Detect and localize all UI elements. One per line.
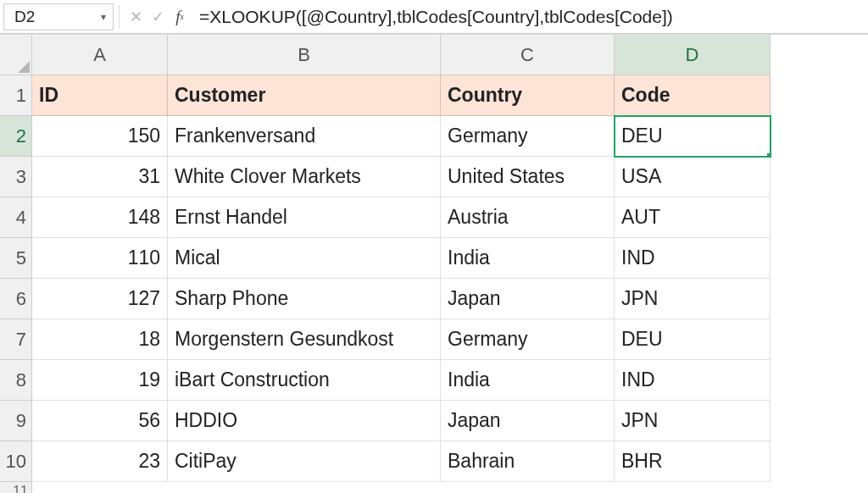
row-header-6[interactable]: 6 <box>0 279 32 319</box>
row-header-8[interactable]: 8 <box>0 360 32 401</box>
cell-customer[interactable]: iBart Construction <box>168 360 441 401</box>
row-header-7[interactable]: 7 <box>0 319 32 360</box>
column-header-D[interactable]: D <box>615 35 771 75</box>
chevron-down-icon[interactable]: ▾ <box>101 11 106 23</box>
column-header-A[interactable]: A <box>32 35 168 75</box>
row-header-3[interactable]: 3 <box>0 157 32 197</box>
cell-customer[interactable]: Ernst Handel <box>168 197 441 238</box>
table-header-cell: Country <box>441 75 615 116</box>
cell-country[interactable]: Japan <box>441 401 615 441</box>
cell-id[interactable]: 127 <box>32 279 168 319</box>
cell-customer[interactable]: Mical <box>168 238 441 279</box>
row-header-2[interactable]: 2 <box>0 116 32 157</box>
cell-customer[interactable]: Frankenversand <box>168 116 441 157</box>
formula-input[interactable]: =XLOOKUP([@Country],tblCodes[Country],tb… <box>191 3 865 30</box>
cell-id[interactable]: 148 <box>32 197 168 238</box>
name-box[interactable]: D2 ▾ <box>3 3 114 30</box>
cell-code[interactable]: JPN <box>615 279 771 319</box>
cell-id[interactable]: 23 <box>32 441 168 482</box>
cell-code[interactable]: AUT <box>615 197 771 238</box>
fx-icon[interactable]: fx <box>169 5 191 29</box>
name-box-value: D2 <box>14 8 101 26</box>
cell-id[interactable]: 56 <box>32 401 168 441</box>
row-header-11[interactable]: 11 <box>0 482 32 493</box>
cell-code[interactable]: BHR <box>615 441 771 482</box>
cell-customer[interactable]: HDDIO <box>168 401 441 441</box>
row-header-10[interactable]: 10 <box>0 441 32 482</box>
formula-text: =XLOOKUP([@Country],tblCodes[Country],tb… <box>199 7 673 27</box>
spreadsheet-grid[interactable]: ABCD1IDCustomerCountryCode2150Frankenver… <box>0 34 868 493</box>
row-header-5[interactable]: 5 <box>0 238 32 279</box>
cell-code[interactable]: DEU <box>615 116 771 157</box>
cell-id[interactable]: 150 <box>32 116 168 157</box>
cancel-icon[interactable]: ✕ <box>125 5 147 29</box>
cell-code[interactable]: USA <box>615 157 771 197</box>
confirm-icon[interactable]: ✓ <box>147 5 169 29</box>
row-header-9[interactable]: 9 <box>0 401 32 441</box>
table-header-cell: Code <box>615 75 771 116</box>
cell-country[interactable]: Japan <box>441 279 615 319</box>
cell-code[interactable]: DEU <box>615 319 771 360</box>
cell-country[interactable]: Bahrain <box>441 441 615 482</box>
table-header-cell: Customer <box>168 75 441 116</box>
cell-code[interactable]: IND <box>615 238 771 279</box>
column-header-C[interactable]: C <box>441 35 615 75</box>
cell-country[interactable]: India <box>441 360 615 401</box>
cell-customer[interactable]: White Clover Markets <box>168 157 441 197</box>
cell-country[interactable]: Austria <box>441 197 615 238</box>
formula-bar: D2 ▾ ✕ ✓ fx =XLOOKUP([@Country],tblCodes… <box>0 0 868 34</box>
cell-country[interactable]: Germany <box>441 319 615 360</box>
select-all-corner[interactable] <box>0 35 32 75</box>
cell-country[interactable]: Germany <box>441 116 615 157</box>
divider <box>119 5 120 29</box>
row-header-4[interactable]: 4 <box>0 197 32 238</box>
column-header-B[interactable]: B <box>168 35 441 75</box>
cell-customer[interactable]: Morgenstern Gesundkost <box>168 319 441 360</box>
cell-country[interactable]: India <box>441 238 615 279</box>
cell-id[interactable]: 31 <box>32 157 168 197</box>
cell-customer[interactable]: Sharp Phone <box>168 279 441 319</box>
cell-country[interactable]: United States <box>441 157 615 197</box>
cell-id[interactable]: 110 <box>32 238 168 279</box>
cell-id[interactable]: 18 <box>32 319 168 360</box>
cell-code[interactable]: IND <box>615 360 771 401</box>
cell-customer[interactable]: CitiPay <box>168 441 441 482</box>
table-header-cell: ID <box>32 75 168 116</box>
row-header-1[interactable]: 1 <box>0 75 32 116</box>
cell-id[interactable]: 19 <box>32 360 168 401</box>
cell-code[interactable]: JPN <box>615 401 771 441</box>
